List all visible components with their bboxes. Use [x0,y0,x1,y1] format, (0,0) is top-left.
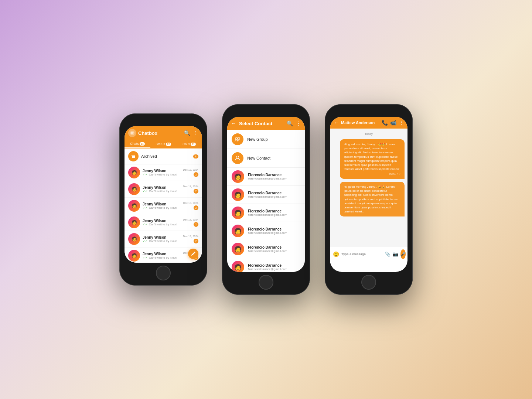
new-contact-icon [232,152,243,164]
contact-item-3[interactable]: 🧑 Florencio Darrance florenciodarrance@g… [227,204,305,222]
video-call-icon[interactable]: 📹 [390,120,396,126]
notch-3 [354,111,383,115]
back-button[interactable]: ← [231,120,236,126]
svg-point-0 [130,131,134,135]
notch-1 [149,120,178,124]
today-label: Today [333,132,405,136]
chat-name-3: Jenny Wilson [143,202,180,206]
chat-item-3[interactable]: 🧑 Jenny Wilson ✓✓ Can't wait to try it o… [125,198,202,214]
tab-status-label: Status [156,142,165,146]
message-time-1: 09:41 ✓✓ [344,172,401,176]
phone-screen-2: ← Select Contact 🔍 ⋮ [227,117,305,272]
avatar-4: 🧑 [128,216,140,228]
chat-name-5: Jenny Wilson [143,235,180,239]
contact-item-5[interactable]: 🧑 Florencio Darrance florenciodarrance@g… [227,240,305,258]
chat-meta-5: Dec 18, 2024 2 [183,235,198,243]
chat-back-button[interactable]: ← [334,120,339,126]
chat-preview-6: ✓✓ Can't wait to try it out! [143,256,180,259]
archived-left: Archived [128,151,157,161]
phone-chatbox: Chatbox 🔍 ⋮ Chats 14 Status 12 Calls [119,113,207,286]
contact-item-4[interactable]: 🧑 Florencio Darrance florenciodarrance@g… [227,222,305,240]
new-group-item[interactable]: New Group [227,130,305,149]
contact-info-2: Florencio Darrance florenciodarrance@gma… [248,191,287,198]
chat-badge-1: 2 [194,172,198,177]
more-contact-icon[interactable]: ⋮ [296,120,301,126]
chat-messages: Today Hi, good morning Jenny... 🤩🤩 Lorem… [330,129,407,247]
contact-name-6: Florencio Darrance [248,263,287,267]
archived-label: Archived [141,154,157,158]
home-button-3[interactable] [361,275,376,290]
search-contact-icon[interactable]: 🔍 [287,120,293,126]
contact-list: New Group New Contact 🧑 [227,130,305,272]
contact-email-4: florenciodarrance@gmail.com [248,231,287,235]
contact-header: ← Select Contact 🔍 ⋮ [227,117,305,130]
more-icon[interactable]: ⋮ [193,130,198,136]
chat-input-bar: 🙂 📎 📷 🎤 [330,247,407,261]
contact-avatar-img-1: 🧑 [232,170,244,183]
archived-row[interactable]: Archived 8 [125,149,202,164]
tab-calls-badge: 11 [191,143,196,146]
camera-icon[interactable]: 📷 [393,252,398,257]
mic-button[interactable]: 🎤 [400,249,406,259]
new-contact-item[interactable]: New Contact [227,149,305,168]
chat-time-3: Dec 18, 2024 [183,202,198,204]
contact-avatar-2: 🧑 [232,188,244,201]
message-text-2: Hi, good morning Jenny... 🤩🤩 Lorem ipsum… [344,185,398,213]
tab-status[interactable]: Status 12 [150,140,176,148]
compose-fab[interactable] [188,249,198,259]
chat-item-5[interactable]: 🧑 Jenny Wilson ✓✓ Can't wait to try it o… [125,231,202,248]
home-button-1[interactable] [156,266,171,280]
new-group-icon [232,133,243,145]
message-bubble-2: Hi, good morning Jenny... 🤩🤩 Lorem ipsum… [340,182,405,216]
chat-badge-2: 2 [194,189,198,194]
chat-header-icons: 📞 📹 ⋮ [382,120,404,126]
notch-2 [251,111,281,115]
chatbox-logo: Chatbox [128,129,157,137]
contact-header-icons: 🔍 ⋮ [287,120,301,126]
chat-name-2: Jenny Wilson [143,185,180,190]
tab-calls[interactable]: Calls 11 [176,140,202,148]
chat-meta-4: Dec 18, 2024 2 [183,218,198,227]
avatar-3: 🧑 [128,200,140,212]
contact-email-6: florenciodarrance@gmail.com [248,267,287,271]
chatbox-header: Chatbox 🔍 ⋮ [125,126,202,140]
contact-info-6: Florencio Darrance florenciodarrance@gma… [248,263,287,271]
contact-avatar-img-5: 🧑 [232,243,244,255]
status-bar-1 [125,119,202,126]
attachment-icon[interactable]: 📎 [385,252,391,257]
tab-calls-label: Calls [183,142,190,146]
chat-item-1[interactable]: 🧑 Jenny Wilson ✓✓ Can't wait to try it o… [125,164,202,181]
chat-item-4[interactable]: 🧑 Jenny Wilson ✓✓ Can't wait to try it o… [125,214,202,231]
contact-email-5: florenciodarrance@gmail.com [248,249,287,253]
message-input[interactable] [341,252,383,256]
contact-item-1[interactable]: 🧑 Florencio Darrance florenciodarrance@g… [227,168,305,186]
home-button-2[interactable] [259,275,273,290]
more-chat-icon[interactable]: ⋮ [399,120,404,126]
avatar-2: 🧑 [128,183,140,195]
chat-preview-1: ✓✓ Can't wait to try it out! [143,173,180,176]
contact-info-4: Florencio Darrance florenciodarrance@gma… [248,227,287,235]
chat-badge-4: 2 [194,222,198,227]
contact-avatar-img-4: 🧑 [232,225,244,237]
svg-rect-2 [132,156,135,158]
chat-badge-3: 2 [194,205,198,210]
avatar-img-2: 🧑 [128,183,140,195]
search-icon[interactable]: 🔍 [184,130,190,136]
phones-container: Chatbox 🔍 ⋮ Chats 14 Status 12 Calls [0,104,532,295]
chat-list: 🧑 Jenny Wilson ✓✓ Can't wait to try it o… [125,164,202,263]
tab-chats-label: Chats [130,142,139,146]
contact-item-6[interactable]: 🧑 Florencio Darrance florenciodarrance@g… [227,258,305,272]
contact-avatar-img-2: 🧑 [232,188,244,201]
contact-avatar-3: 🧑 [232,207,244,219]
chat-contact-name: Mattew Anderson [341,120,379,125]
tab-chats[interactable]: Chats 14 [125,140,150,148]
contact-avatar-6: 🧑 [232,261,244,272]
chat-preview-4: ✓✓ Can't wait to try it out! [143,223,180,226]
contact-avatar-4: 🧑 [232,225,244,237]
emoji-icon[interactable]: 🙂 [333,251,339,257]
chat-item-2[interactable]: 🧑 Jenny Wilson ✓✓ Can't wait to try it o… [125,181,202,198]
chat-info-1: Jenny Wilson ✓✓ Can't wait to try it out… [143,169,180,176]
contact-item-2[interactable]: 🧑 Florencio Darrance florenciodarrance@g… [227,186,305,204]
phone-call-icon[interactable]: 📞 [382,120,388,126]
tabs-row: Chats 14 Status 12 Calls 11 [125,140,202,149]
